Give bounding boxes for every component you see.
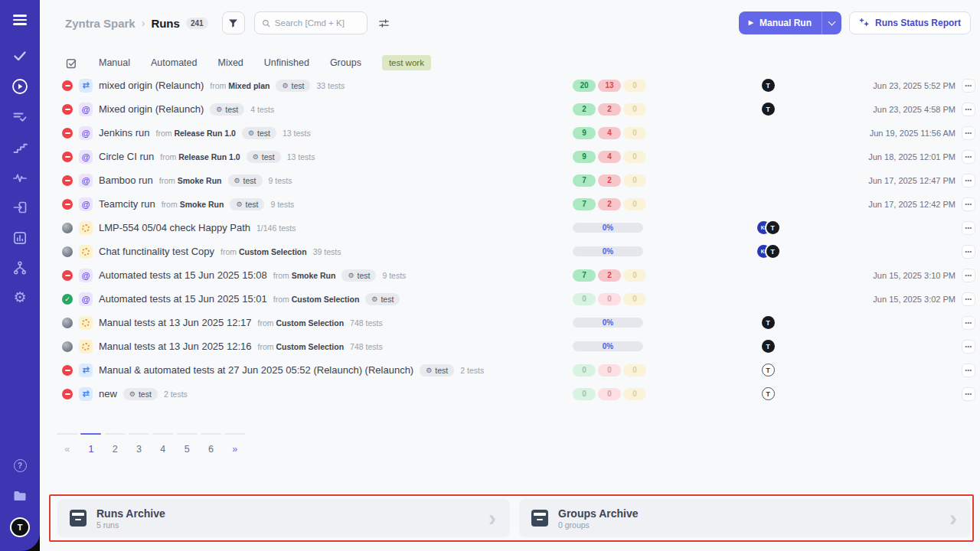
manual-run-dropdown[interactable] <box>822 11 841 34</box>
run-name: Circle CI run <box>99 151 154 162</box>
skipped-count-chip: 0 <box>623 269 646 282</box>
row-menu-button[interactable]: ••• <box>962 364 975 377</box>
play-circle-icon <box>11 78 28 95</box>
gear-icon: ⚙ <box>248 129 254 137</box>
row-menu-button[interactable]: ••• <box>962 103 975 116</box>
run-row[interactable]: Manual tests at 13 Jun 2025 12:16from Cu… <box>40 334 980 358</box>
run-row[interactable]: @Mixed origin (Relaunch)⚙test4 tests220T… <box>40 97 980 121</box>
sidebar-item-tests[interactable] <box>0 48 40 64</box>
run-source: from Smoke Run <box>159 176 222 185</box>
failed-count-chip: 4 <box>598 151 621 163</box>
row-menu-button[interactable]: ••• <box>962 221 975 235</box>
result-column: 0% <box>573 223 684 233</box>
breadcrumb-project[interactable]: Zyntra Spark <box>65 17 136 30</box>
row-menu-button[interactable]: ••• <box>962 316 975 330</box>
sidebar-item-reports[interactable] <box>0 230 40 246</box>
menu-icon[interactable] <box>0 15 40 25</box>
search-input[interactable] <box>275 18 360 28</box>
run-main: Manual tests at 13 Jun 2025 12:16from Cu… <box>62 340 383 354</box>
manual-run-icon <box>79 221 93 235</box>
run-date: Jun 19, 2025 11:56 AM <box>870 129 956 138</box>
workspace-avatar[interactable]: T <box>0 519 40 536</box>
run-source: from Release Run 1.0 <box>160 152 240 161</box>
sidebar-item-results[interactable] <box>0 109 40 125</box>
row-menu-button[interactable]: ••• <box>962 340 975 354</box>
sidebar-item-integrations[interactable] <box>0 260 40 276</box>
run-date: Jun 18, 2025 12:01 PM <box>868 152 956 161</box>
view-settings-button[interactable] <box>378 18 390 29</box>
runs-status-report-button[interactable]: Runs Status Report <box>849 11 971 34</box>
tests-count: 9 tests <box>270 200 294 209</box>
test-type-badge: ⚙test <box>123 388 158 400</box>
row-menu-button[interactable]: ••• <box>962 150 975 164</box>
row-menu-button[interactable]: ••• <box>962 387 975 401</box>
page-next[interactable]: » <box>223 433 247 455</box>
groups-archive-card[interactable]: Groups Archive 0 groups › <box>519 499 971 537</box>
sidebar-item-runs[interactable] <box>0 78 40 95</box>
row-menu-button[interactable]: ••• <box>962 126 975 140</box>
page-1[interactable]: 1 <box>79 433 103 455</box>
run-name: LMP-554 05/04 check Happy Path <box>99 222 250 233</box>
run-name: Automated tests at 15 Jun 2025 15:01 <box>99 293 267 305</box>
run-row[interactable]: LMP-554 05/04 check Happy Path1/146 test… <box>40 216 980 240</box>
run-row[interactable]: Chat functinality test Copyfrom Custom S… <box>40 240 980 263</box>
test-type-badge: ⚙test <box>247 151 281 163</box>
run-row[interactable]: ⇄mixed origin (Relaunch)from Mixed plan⚙… <box>40 73 980 97</box>
run-row[interactable]: Manual tests at 13 Jun 2025 12:17from Cu… <box>40 311 980 334</box>
passed-count-chip: 0 <box>573 293 596 305</box>
sidebar-item-settings[interactable]: ⚙ <box>0 290 40 305</box>
sidebar-item-help[interactable]: ? <box>0 459 40 472</box>
manual-run-button[interactable]: ▶ Manual Run <box>739 11 822 34</box>
gear-icon: ⚙ <box>13 290 26 305</box>
run-row[interactable]: @Automated tests at 15 Jun 2025 15:01fro… <box>40 287 980 311</box>
passed-count-chip: 0 <box>573 364 596 377</box>
sidebar-item-milestones[interactable] <box>0 140 40 155</box>
source-name: Release Run 1.0 <box>174 129 236 138</box>
avatar: T <box>762 340 775 353</box>
report-label: Runs Status Report <box>875 18 961 28</box>
tab-unfinished[interactable]: Unfinished <box>264 57 309 68</box>
sidebar-item-projects[interactable] <box>0 488 40 504</box>
run-row[interactable]: @Teamcity runfrom Smoke Run⚙test9 tests7… <box>40 192 980 216</box>
page-4[interactable]: 4 <box>151 433 175 455</box>
tab-groups[interactable]: Groups <box>330 57 361 68</box>
run-row[interactable]: @Bamboo runfrom Smoke Run⚙test9 tests720… <box>40 168 980 192</box>
environment-tag[interactable]: test work <box>382 55 431 70</box>
run-main: Chat functinality test Copyfrom Custom S… <box>62 245 341 259</box>
run-date: Jun 17, 2025 12:42 PM <box>868 200 956 209</box>
row-menu-button[interactable]: ••• <box>962 269 975 282</box>
row-menu-button[interactable]: ••• <box>962 245 975 259</box>
row-menu-button[interactable]: ••• <box>962 292 975 306</box>
run-row[interactable]: ⇄Manual & automated tests at 27 Jun 2025… <box>40 358 980 382</box>
run-row[interactable]: @Circle CI runfrom Release Run 1.0⚙test1… <box>40 145 980 168</box>
automated-run-icon: @ <box>79 197 93 211</box>
avatar: T <box>762 103 775 116</box>
assignee-avatars: KIT <box>750 245 786 258</box>
result-column: 220 <box>573 103 684 116</box>
row-menu-button[interactable]: ••• <box>962 174 975 187</box>
filter-button[interactable] <box>222 11 245 34</box>
page-3[interactable]: 3 <box>127 433 151 455</box>
row-menu-button[interactable]: ••• <box>962 79 975 93</box>
failed-count-chip: 13 <box>598 80 621 92</box>
result-column: 720 <box>573 198 684 210</box>
page-5[interactable]: 5 <box>175 433 198 455</box>
failed-status-icon <box>62 175 73 186</box>
tab-automated[interactable]: Automated <box>151 57 197 68</box>
sidebar-item-requirements[interactable] <box>0 200 40 215</box>
run-row[interactable]: ⇄new⚙test2 tests000T••• <box>40 382 980 406</box>
run-row[interactable]: @Jenkins runfrom Release Run 1.0⚙test13 … <box>40 121 980 145</box>
progress-label: 0% <box>573 341 643 351</box>
page-6[interactable]: 6 <box>199 433 223 455</box>
run-row[interactable]: @Automated tests at 15 Jun 2025 15:08fro… <box>40 263 980 287</box>
row-menu-button[interactable]: ••• <box>962 197 975 211</box>
page-prev[interactable]: « <box>55 433 79 455</box>
run-date: Jun 15, 2025 3:02 PM <box>873 295 956 304</box>
tab-manual[interactable]: Manual <box>99 57 130 68</box>
sidebar-item-activity[interactable] <box>0 170 40 185</box>
run-source: from Smoke Run <box>273 271 336 280</box>
runs-archive-card[interactable]: Runs Archive 5 runs › <box>57 499 510 537</box>
page-2[interactable]: 2 <box>103 433 127 455</box>
test-type-badge: ⚙test <box>365 293 400 305</box>
tab-mixed[interactable]: Mixed <box>217 57 243 68</box>
